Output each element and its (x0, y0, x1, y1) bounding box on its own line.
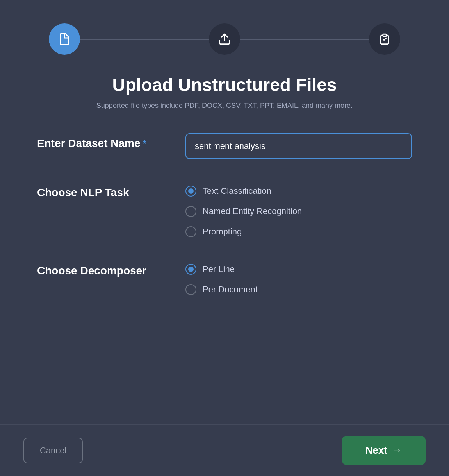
nlp-option-prompting[interactable]: Prompting (185, 226, 412, 237)
nlp-label-ner: Named Entity Recognition (203, 206, 302, 217)
form-container: Enter Dataset Name* Choose NLP Task Text… (37, 133, 412, 319)
decomposer-option-per-line[interactable]: Per Line (185, 264, 412, 275)
decomposer-radio-group: Per Line Per Document (185, 261, 412, 295)
step-line-1 (80, 39, 209, 40)
main-content: Upload Unstructured Files Supported file… (0, 0, 449, 424)
decomposer-options: Per Line Per Document (185, 261, 412, 295)
page-title: Upload Unstructured Files (96, 74, 353, 95)
decomposer-option-per-document[interactable]: Per Document (185, 284, 412, 295)
nlp-label-text-classification: Text Classification (203, 186, 271, 196)
nlp-label-prompting: Prompting (203, 227, 242, 237)
title-section: Upload Unstructured Files Supported file… (96, 74, 353, 110)
dataset-name-input[interactable] (185, 133, 412, 159)
radio-prompting[interactable] (185, 226, 196, 237)
next-arrow-icon: → (392, 444, 402, 456)
dataset-name-row: Enter Dataset Name* (37, 133, 412, 159)
svg-rect-1 (383, 34, 387, 36)
nlp-task-radio-group: Text Classification Named Entity Recogni… (185, 183, 412, 237)
decomposer-row: Choose Decomposer Per Line Per Document (37, 261, 412, 295)
radio-ner[interactable] (185, 206, 196, 217)
radio-text-classification[interactable] (185, 186, 196, 197)
required-indicator: * (143, 138, 146, 149)
radio-per-line[interactable] (185, 264, 196, 275)
step-1-file (49, 23, 80, 55)
decomposer-label-per-line: Per Line (203, 264, 235, 274)
step-line-2 (240, 39, 369, 40)
page-subtitle: Supported file types include PDF, DOCX, … (96, 102, 353, 110)
dataset-name-label: Enter Dataset Name* (37, 133, 185, 150)
nlp-task-options: Text Classification Named Entity Recogni… (185, 183, 412, 237)
nlp-task-label: Choose NLP Task (37, 183, 185, 199)
radio-per-document[interactable] (185, 284, 196, 295)
decomposer-label: Choose Decomposer (37, 261, 185, 277)
cancel-button[interactable]: Cancel (23, 438, 83, 463)
next-label: Next (365, 444, 387, 456)
step-3-confirm (369, 23, 400, 55)
nlp-option-text-classification[interactable]: Text Classification (185, 186, 412, 197)
footer: Cancel Next → (0, 424, 449, 476)
decomposer-label-per-document: Per Document (203, 285, 258, 295)
next-button[interactable]: Next → (342, 436, 426, 465)
dataset-name-control (185, 133, 412, 159)
step-2-upload (209, 23, 240, 55)
clipboard-check-icon (378, 32, 391, 46)
nlp-option-ner[interactable]: Named Entity Recognition (185, 206, 412, 217)
file-icon (57, 32, 71, 46)
nlp-task-row: Choose NLP Task Text Classification Name… (37, 183, 412, 237)
stepper (49, 23, 400, 55)
upload-icon (218, 32, 231, 46)
